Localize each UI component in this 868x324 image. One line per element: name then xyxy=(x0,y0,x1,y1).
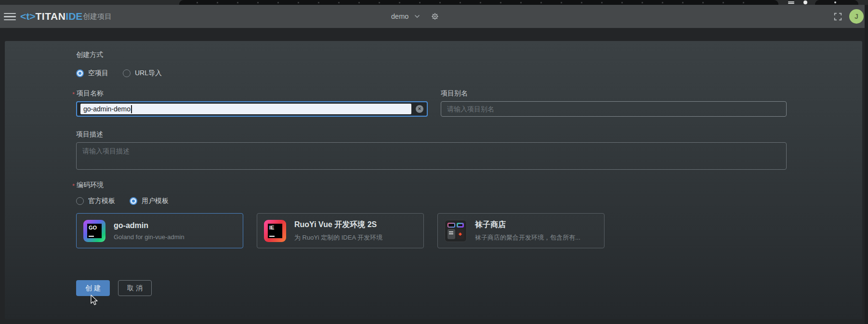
browser-profile-icon xyxy=(803,0,807,4)
radio-unselected-icon xyxy=(123,69,131,77)
template-subtitle: 袜子商店的聚合开发环境，包含所有... xyxy=(475,233,580,242)
radio-selected-icon xyxy=(130,197,137,205)
form-action-buttons: 创 建 取 消 xyxy=(76,280,152,296)
template-subtitle: 为 RuoYi 定制的 IDEA 开发环境 xyxy=(294,233,382,242)
workspace-dropdown[interactable]: demo xyxy=(391,5,439,28)
template-title: RuoYi Vue 开发环境 2S xyxy=(294,220,382,230)
creation-method-radio-group: 空项目 URL导入 xyxy=(76,68,162,79)
bookmark-dots xyxy=(197,2,761,3)
radio-selected-icon xyxy=(76,69,84,77)
required-asterisk: * xyxy=(72,91,75,98)
radio-url-import[interactable]: URL导入 xyxy=(123,69,162,78)
chevron-down-icon xyxy=(414,14,420,18)
scrollbar-track[interactable] xyxy=(865,5,868,324)
radio-label: URL导入 xyxy=(135,69,162,78)
template-subtitle: Goland for gin-vue-admin xyxy=(114,233,184,241)
text-caret xyxy=(131,105,132,113)
settings-gear-icon[interactable] xyxy=(431,12,439,21)
user-avatar[interactable]: J xyxy=(849,9,864,24)
idea-icon-text: IE xyxy=(269,225,274,230)
project-alias-input[interactable] xyxy=(441,101,787,117)
required-asterisk: * xyxy=(72,182,75,189)
goland-icon: GO xyxy=(83,220,105,242)
template-card-list: GO go-admin Goland for gin-vue-admin IE … xyxy=(76,213,605,248)
cancel-button[interactable]: 取 消 xyxy=(118,280,152,296)
template-title: go-admin xyxy=(114,221,184,230)
browser-tabbar xyxy=(179,0,778,5)
project-name-label: * 项目名称 xyxy=(72,89,104,98)
multi-tools-icon: ◆ xyxy=(445,220,467,242)
browser-remnant-strip xyxy=(0,0,868,5)
creation-method-label: 创建方式 xyxy=(76,51,103,59)
radio-label: 空项目 xyxy=(88,69,108,78)
browser-menu-icon xyxy=(788,1,794,4)
app-header: <t>TITANIDE 创建项目 demo J xyxy=(0,5,868,28)
radio-label: 官方模板 xyxy=(88,197,115,205)
browser-controls-cap xyxy=(815,0,858,5)
project-name-input[interactable]: go-admin-demo × xyxy=(76,101,428,117)
environment-radio-group: 官方模板 用户模板 xyxy=(76,196,169,206)
radio-user-template[interactable]: 用户模板 xyxy=(130,197,169,205)
header-right-group: J xyxy=(834,5,864,28)
environment-label: * 编码环境 xyxy=(72,181,104,189)
project-alias-label: 项目别名 xyxy=(441,89,468,98)
template-title: 袜子商店 xyxy=(475,220,580,230)
idea-icon: IE xyxy=(264,220,286,242)
workspace-name: demo xyxy=(391,13,408,20)
template-card-go-admin[interactable]: GO go-admin Goland for gin-vue-admin xyxy=(76,213,243,248)
project-name-value-area[interactable]: go-admin-demo xyxy=(80,104,411,114)
radio-empty-project[interactable]: 空项目 xyxy=(76,69,108,78)
mini-gem-icon: ◆ xyxy=(457,229,464,239)
template-card-sock-shop[interactable]: ◆ 袜子商店 袜子商店的聚合开发环境，包含所有... xyxy=(437,213,605,248)
radio-official-template[interactable]: 官方模板 xyxy=(76,197,115,205)
project-name-value: go-admin-demo xyxy=(83,105,131,113)
page-title: 创建项目 xyxy=(83,5,112,28)
template-card-ruoyi[interactable]: IE RuoYi Vue 开发环境 2S 为 RuoYi 定制的 IDEA 开发… xyxy=(257,213,424,248)
mini-terminal-icon xyxy=(447,229,455,239)
hamburger-menu-icon[interactable] xyxy=(4,13,16,20)
clear-input-icon[interactable]: × xyxy=(416,105,423,113)
project-description-label: 项目描述 xyxy=(76,130,103,139)
create-project-panel: 创建方式 空项目 URL导入 * 项目名称 go-admin-demo × 项目… xyxy=(5,41,862,319)
create-button[interactable]: 创 建 xyxy=(76,280,110,296)
project-description-input[interactable] xyxy=(76,142,787,170)
logo-main: TITAN xyxy=(36,11,66,22)
logo-prefix: <t> xyxy=(20,11,36,22)
radio-unselected-icon xyxy=(76,197,84,205)
app-logo[interactable]: <t>TITANIDE xyxy=(20,5,82,28)
logo-accent: IDE xyxy=(66,11,82,22)
goland-icon-text: GO xyxy=(89,225,97,230)
mini-ide-icon xyxy=(447,223,455,228)
radio-label: 用户模板 xyxy=(142,197,169,205)
mini-app-icon xyxy=(457,223,464,228)
fullscreen-icon[interactable] xyxy=(834,13,842,21)
